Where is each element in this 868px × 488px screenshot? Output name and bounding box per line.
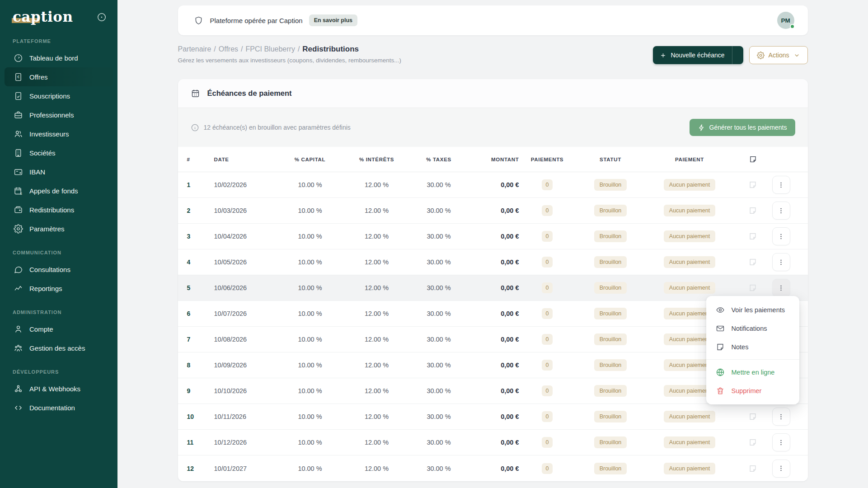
status-badge: Brouillon (594, 282, 627, 294)
row-number-link[interactable]: 8 (187, 361, 205, 369)
row-actions-kebab-button[interactable] (772, 433, 790, 451)
sidebar-item-consultations[interactable]: Consultations (5, 260, 113, 279)
sidebar-item-offres[interactable]: €Offres (5, 67, 113, 86)
row-number-link[interactable]: 3 (187, 233, 205, 240)
table-header-row: #DATE% CAPITAL% INTÉRÊTS% TAXESMONTANTPA… (178, 147, 808, 172)
row-interest-pct: 12.00 % (343, 181, 411, 188)
menu-item-supprimer[interactable]: Supprimer (706, 381, 799, 400)
row-interest-pct: 12.00 % (343, 336, 411, 343)
column-header: % TAXES (411, 157, 467, 162)
sidebar-item-redistributions[interactable]: Redistributions (5, 200, 113, 219)
payment-status-badge: Aucun paiement (664, 411, 715, 422)
menu-item-mettre-en-ligne[interactable]: Mettre en ligne (706, 363, 799, 381)
status-badge: Brouillon (594, 205, 627, 216)
learn-more-badge[interactable]: En savoir plus (309, 14, 357, 26)
gauge-icon (14, 53, 23, 63)
logo[interactable]: caption (13, 10, 73, 24)
row-amount: 0,00 € (467, 181, 519, 188)
note-icon[interactable] (734, 232, 772, 241)
row-actions-kebab-button[interactable] (772, 408, 790, 426)
menu-divider (706, 359, 799, 360)
row-taxes-pct: 30.00 % (411, 258, 467, 266)
row-date: 10/07/2026 (205, 310, 277, 317)
payments-count-badge: 0 (542, 463, 553, 474)
line-chart-icon (14, 284, 23, 293)
row-taxes-pct: 30.00 % (411, 387, 467, 394)
payments-count-badge: 0 (542, 411, 553, 422)
row-actions-kebab-button[interactable] (772, 176, 790, 194)
sidebar-item-investisseurs[interactable]: Investisseurs (5, 124, 113, 143)
note-icon[interactable] (734, 258, 772, 267)
row-number-link[interactable]: 9 (187, 387, 205, 394)
sidebar-item-tableau-de-bord[interactable]: Tableau de bord (5, 48, 113, 67)
sidebar-item-documentation[interactable]: Documentation (5, 398, 113, 417)
chat-bubble-icon (14, 265, 23, 274)
sidebar-item-api-webhooks[interactable]: API & Webhooks (5, 379, 113, 398)
sidebar-collapse-icon[interactable] (97, 12, 107, 22)
row-number-link[interactable]: 1 (187, 181, 205, 188)
row-capital-pct: 10.00 % (277, 181, 343, 188)
note-icon[interactable] (734, 180, 772, 189)
note-icon[interactable] (734, 206, 772, 215)
sidebar-item-iban[interactable]: IBAN (5, 162, 113, 181)
actions-button[interactable]: Actions (749, 46, 808, 64)
note-icon[interactable] (734, 283, 772, 292)
menu-item-notes[interactable]: Notes (706, 338, 799, 356)
row-number-link[interactable]: 11 (187, 439, 205, 446)
people-group-icon (14, 343, 23, 353)
status-badge: Brouillon (594, 411, 627, 422)
row-actions-kebab-button[interactable] (772, 253, 790, 271)
sidebar-item-professionnels[interactable]: Professionnels (5, 105, 113, 124)
chevron-down-icon[interactable] (732, 52, 743, 59)
avatar[interactable]: PM (777, 12, 794, 29)
row-amount: 0,00 € (467, 413, 519, 420)
sidebar-item-label: Sociétés (29, 149, 56, 157)
gear-icon (14, 224, 23, 234)
sidebar-item-reportings[interactable]: Reportings (5, 279, 113, 298)
briefcase-icon (14, 110, 23, 120)
note-icon[interactable] (734, 412, 772, 421)
row-number-link[interactable]: 6 (187, 310, 205, 317)
row-date: 10/03/2026 (205, 207, 277, 214)
row-number-link[interactable]: 4 (187, 258, 205, 266)
row-number-link[interactable]: 7 (187, 336, 205, 343)
payments-count-badge: 0 (542, 282, 553, 293)
row-taxes-pct: 30.00 % (411, 439, 467, 446)
breadcrumb-part[interactable]: Offres (219, 45, 238, 53)
row-date: 10/01/2027 (205, 465, 277, 472)
menu-item-notifications[interactable]: Notifications (706, 319, 799, 338)
sidebar-item-label: Gestion des accès (29, 344, 85, 352)
note-icon[interactable] (734, 438, 772, 447)
row-interest-pct: 12.00 % (343, 361, 411, 369)
sidebar-item-parametres[interactable]: Paramètres (5, 219, 113, 238)
generate-all-payments-button[interactable]: Générer tous les paiements (690, 119, 795, 136)
row-capital-pct: 10.00 % (277, 207, 343, 214)
row-number-link[interactable]: 12 (187, 465, 205, 472)
row-number-link[interactable]: 10 (187, 413, 205, 420)
gear-icon (757, 52, 765, 59)
menu-item-voir-les-paiements[interactable]: Voir les paiements (706, 300, 799, 319)
sidebar-item-appels-de-fonds[interactable]: $Appels de fonds (5, 181, 113, 200)
new-deadline-button[interactable]: Nouvelle échéance (653, 46, 743, 64)
row-actions-kebab-button[interactable] (772, 279, 790, 297)
status-badge: Brouillon (594, 256, 627, 268)
sidebar-item-gestion-des-acces[interactable]: Gestion des accès (5, 338, 113, 357)
note-icon[interactable] (734, 464, 772, 473)
row-actions-kebab-button[interactable] (772, 202, 790, 220)
row-amount: 0,00 € (467, 361, 519, 369)
sidebar-item-label: Reportings (29, 285, 62, 292)
sidebar-item-souscriptions[interactable]: Souscriptions (5, 86, 113, 105)
sidebar-item-societes[interactable]: Sociétés (5, 143, 113, 162)
row-actions-kebab-button[interactable] (772, 227, 790, 245)
row-number-link[interactable]: 5 (187, 284, 205, 291)
row-taxes-pct: 30.00 % (411, 181, 467, 188)
column-header: DATE (205, 157, 277, 162)
row-actions-kebab-button[interactable] (772, 460, 790, 478)
payment-status-badge: Aucun paiement (664, 436, 715, 448)
breadcrumb-part[interactable]: FPCI Blueberry (246, 45, 295, 53)
breadcrumb-part[interactable]: Partenaire (178, 45, 211, 53)
sidebar-item-compte[interactable]: Compte (5, 319, 113, 338)
payments-count-badge: 0 (542, 308, 553, 319)
row-number-link[interactable]: 2 (187, 207, 205, 214)
status-badge: Brouillon (594, 308, 627, 319)
